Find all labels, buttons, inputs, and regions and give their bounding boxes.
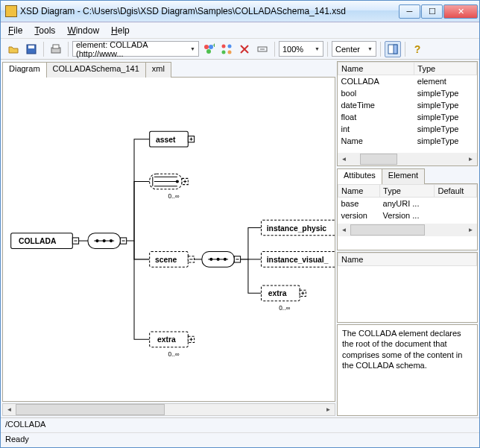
attributes-table[interactable]: NameTypeDefault baseanyURI ... versionVe… (338, 184, 477, 221)
col-name: Name (338, 63, 414, 75)
facets-table[interactable]: Name (338, 253, 477, 266)
svg-point-9 (228, 44, 232, 48)
table-row: baseanyURI ... (338, 198, 477, 210)
diagram-hscrollbar[interactable]: ◄► (2, 403, 335, 416)
svg-rect-3 (53, 45, 59, 48)
table-row: intsimpleType (338, 123, 477, 135)
table-row: boolsimpleType (338, 87, 477, 99)
content-tabs: Diagram COLLADASchema_141 xml (2, 62, 335, 78)
table-row: NamesimpleType (338, 135, 477, 147)
svg-point-11 (228, 50, 232, 54)
expand-all-button[interactable] (218, 41, 235, 57)
diagram-pane[interactable]: COLLADA (2, 77, 335, 402)
menu-help[interactable]: Help (111, 25, 130, 36)
window-title: XSD Diagram - C:\Users\Dgis\XSD Diagram\… (20, 6, 399, 16)
statusbar: /COLLADA Ready (1, 417, 479, 447)
node-scene-extra: extra (268, 289, 287, 297)
tab-schema[interactable]: COLLADASchema_141 (46, 62, 146, 78)
element-combo[interactable]: element: COLLADA (http://www... (72, 41, 199, 57)
tab-attributes[interactable]: Attibutes (337, 168, 382, 184)
attr-col-type: Type (380, 185, 435, 198)
menu-window[interactable]: Window (67, 25, 99, 36)
svg-text:0..∞: 0..∞ (168, 193, 179, 200)
attr-col-name: Name (338, 185, 380, 198)
titlebar: XSD Diagram - C:\Users\Dgis\XSD Diagram\… (1, 1, 479, 22)
tab-diagram[interactable]: Diagram (2, 62, 47, 78)
status-ready: Ready (1, 433, 479, 447)
attr-hscrollbar[interactable]: ◄► (338, 224, 477, 236)
svg-point-8 (222, 44, 226, 48)
tab-element[interactable]: Element (382, 168, 425, 184)
save-button[interactable] (23, 41, 40, 57)
svg-text:+: + (212, 43, 215, 49)
svg-point-10 (222, 50, 226, 54)
doc-text: The COLLADA element declares the root of… (342, 329, 462, 370)
node-collada: COLLADA (19, 237, 57, 245)
zoom-combo[interactable]: 100% (279, 41, 323, 57)
types-hscrollbar[interactable]: ◄► (338, 153, 477, 165)
svg-point-4 (204, 45, 209, 49)
node-inst-vis: instance_visual_ (267, 256, 329, 264)
svg-text:0..∞: 0..∞ (168, 351, 179, 358)
menu-tools[interactable]: Tools (34, 25, 55, 36)
node-asset: asset (156, 136, 176, 144)
menu-file[interactable]: File (8, 25, 22, 36)
svg-point-6 (206, 49, 211, 54)
minimize-button[interactable]: ─ (399, 4, 420, 19)
svg-point-25 (176, 180, 179, 183)
align-combo[interactable]: Center (332, 41, 376, 57)
toggle-panel-button[interactable] (385, 41, 401, 57)
toolbar: element: COLLADA (http://www... + 100% C… (1, 39, 479, 60)
types-table[interactable]: NameType COLLADAelement boolsimpleType d… (338, 62, 477, 147)
collapse-button[interactable] (254, 41, 271, 57)
app-icon (5, 5, 17, 17)
node-inst-phys: instance_physic (267, 224, 327, 233)
add-element-button[interactable]: + (200, 41, 217, 57)
table-row: versionVersion ... (338, 209, 477, 221)
remove-button[interactable] (236, 41, 253, 57)
open-button[interactable] (5, 41, 22, 57)
status-path: /COLLADA (1, 418, 479, 433)
table-row: dateTimesimpleType (338, 99, 477, 111)
tab-xml[interactable]: xml (145, 62, 171, 78)
table-row: floatsimpleType (338, 111, 477, 123)
attr-col-default: Default (435, 185, 477, 198)
print-button[interactable] (48, 41, 64, 57)
doc-panel: The COLLADA element declares the root of… (337, 324, 478, 416)
svg-rect-1 (28, 45, 34, 48)
node-extra: extra (157, 335, 176, 344)
maximize-button[interactable]: ☐ (421, 4, 443, 19)
help-button[interactable]: ? (409, 41, 426, 57)
close-button[interactable]: ✕ (443, 4, 478, 19)
svg-text:0..∞: 0..∞ (279, 305, 290, 312)
node-scene: scene (155, 256, 177, 264)
facets-col-name: Name (338, 253, 477, 266)
col-type: Type (414, 63, 477, 75)
table-row: COLLADAelement (338, 75, 477, 88)
menubar: File Tools Window Help (1, 22, 479, 39)
svg-rect-14 (394, 45, 397, 54)
